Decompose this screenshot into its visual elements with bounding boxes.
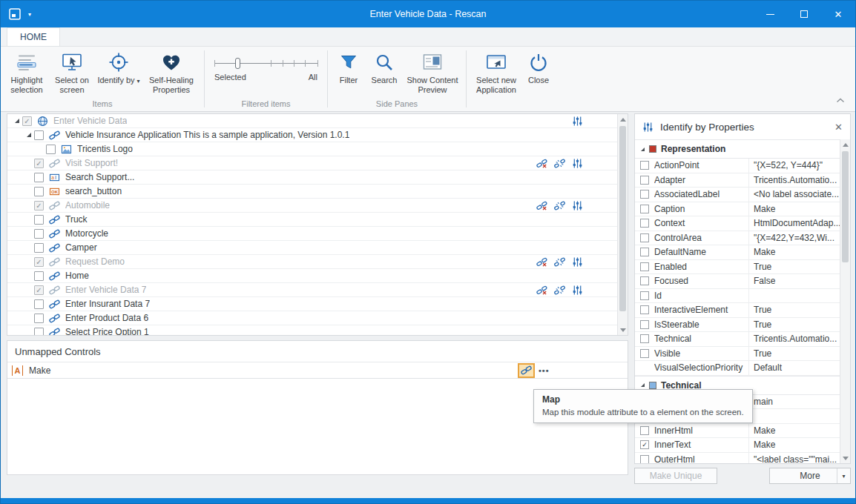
property-checkbox[interactable] [640, 176, 649, 185]
row-checkbox[interactable] [34, 271, 44, 281]
map-button[interactable] [518, 363, 535, 378]
show-content-preview-button[interactable]: Show Content Preview [403, 49, 462, 99]
tree-row[interactable]: ✓Request Demo [7, 255, 617, 269]
unmapped-row[interactable]: A Make ••• [7, 362, 628, 379]
property-checkbox[interactable] [640, 248, 649, 256]
identify-properties-icon[interactable] [572, 200, 583, 211]
property-row[interactable]: TechnicalTricentis.Automatio... [635, 332, 850, 347]
scroll-down-icon[interactable] [840, 453, 850, 463]
slider-thumb[interactable] [235, 58, 240, 69]
property-checkbox[interactable] [640, 205, 649, 213]
highlight-selection-button[interactable]: Highlight selection [4, 49, 49, 99]
more-dropdown-caret-icon[interactable]: ▾ [837, 468, 850, 483]
row-checkbox[interactable] [34, 243, 44, 253]
property-row[interactable]: ContextHtmlDocumentAdap... [635, 216, 850, 231]
self-healing-properties-button[interactable]: Self-Healing Properties [142, 49, 200, 99]
identify-properties-icon[interactable] [572, 158, 583, 169]
scroll-up-icon[interactable] [840, 139, 850, 150]
property-row[interactable]: EnabledTrue [635, 260, 850, 275]
more-button[interactable]: More ▾ [769, 468, 851, 484]
identify-properties-icon[interactable] [572, 116, 583, 127]
property-checkbox[interactable] [640, 233, 649, 242]
section-header[interactable]: Representation [635, 139, 850, 159]
tree-row[interactable]: ✓Enter Vehicle Data 7 [7, 283, 617, 297]
expand-caret-icon[interactable] [12, 119, 22, 123]
select-new-application-button[interactable]: Select new Application [470, 49, 522, 107]
property-checkbox[interactable]: ✓ [640, 440, 649, 449]
make-unique-button[interactable]: Make Unique [634, 468, 717, 484]
unmap-icon[interactable] [536, 285, 547, 296]
scrollbar-thumb[interactable] [619, 126, 626, 311]
collapse-ribbon-icon[interactable] [836, 95, 845, 105]
row-checkbox[interactable] [34, 215, 44, 225]
tree-row[interactable]: Motorcycle [7, 227, 617, 241]
close-panel-icon[interactable]: ✕ [834, 122, 843, 133]
property-row[interactable]: DefaultNameMake [635, 245, 850, 260]
row-checkbox[interactable] [34, 173, 44, 182]
more-options-button[interactable]: ••• [539, 366, 550, 375]
row-checkbox[interactable]: ✓ [34, 285, 44, 295]
property-row[interactable]: ActionPoint"{X=522, Y=444}" [635, 159, 850, 173]
property-checkbox[interactable] [640, 349, 649, 358]
property-row[interactable]: VisualSelectionPriorityDefault [635, 361, 850, 376]
tab-home[interactable]: HOME [7, 27, 60, 46]
scroll-down-icon[interactable] [618, 325, 628, 335]
property-checkbox[interactable] [640, 305, 649, 314]
tree-row[interactable]: Truck [7, 213, 617, 227]
filtered-items-slider[interactable] [205, 47, 327, 69]
close-window-button[interactable]: ✕ [821, 1, 855, 27]
identify-properties-icon[interactable] [572, 285, 583, 296]
property-row[interactable]: CaptionMake [635, 202, 850, 217]
row-checkbox[interactable] [34, 328, 44, 336]
tree-row[interactable]: ✓Automobile [7, 199, 617, 213]
quick-access-caret-icon[interactable]: ▾ [28, 11, 31, 18]
unmap-icon[interactable] [536, 200, 547, 211]
tree-row[interactable]: Select Price Option 1 [7, 325, 617, 336]
tree-row[interactable]: Vehicle Insurance Application This is a … [7, 128, 617, 142]
row-checkbox[interactable]: ✓ [34, 257, 44, 267]
tree-row[interactable]: Tricentis Logo [7, 142, 617, 156]
tree-row[interactable]: Enter Insurant Data 7 [7, 297, 617, 311]
properties-scrollbar[interactable] [840, 139, 850, 463]
scrollbar-thumb[interactable] [842, 151, 849, 262]
row-checkbox[interactable] [34, 187, 44, 196]
property-row[interactable]: InnerHtmlMake [635, 424, 850, 439]
identify-properties-icon[interactable] [572, 256, 583, 268]
row-checkbox[interactable] [46, 145, 56, 154]
row-checkbox[interactable]: ✓ [34, 201, 44, 210]
property-checkbox[interactable] [640, 426, 649, 435]
tree-row[interactable]: ✓Visit Support! [7, 156, 617, 170]
unmap-icon[interactable] [536, 158, 547, 169]
property-checkbox[interactable] [640, 455, 649, 464]
expand-caret-icon[interactable] [24, 133, 34, 137]
property-checkbox[interactable] [640, 276, 649, 285]
property-row[interactable]: VisibleTrue [635, 347, 850, 362]
tree-scrollbar[interactable] [617, 114, 628, 335]
property-row[interactable]: Id [635, 289, 850, 304]
search-button[interactable]: Search [366, 49, 403, 99]
property-row[interactable]: ControlArea"{X=422,Y=432,Wi... [635, 231, 850, 246]
property-checkbox[interactable] [640, 219, 649, 228]
property-row[interactable]: IsSteerableTrue [635, 318, 850, 333]
tree-row[interactable]: OKsearch_button [7, 185, 617, 199]
property-row[interactable]: FocusedFalse [635, 274, 850, 289]
property-row[interactable]: AssociatedLabel<No label associate... [635, 188, 850, 202]
breaklink-icon[interactable] [554, 200, 565, 211]
filter-button[interactable]: Filter [332, 49, 366, 99]
tree-row[interactable]: aISearch Support... [7, 170, 617, 185]
property-checkbox[interactable] [640, 262, 649, 271]
row-checkbox[interactable]: ✓ [34, 159, 44, 168]
property-checkbox[interactable] [640, 334, 649, 343]
row-checkbox[interactable]: ✓ [22, 116, 32, 126]
identify-by-button[interactable]: Identify by▾ [95, 49, 142, 99]
row-checkbox[interactable] [34, 229, 44, 239]
minimize-button[interactable] [753, 1, 787, 27]
tree-row[interactable]: Camper [7, 241, 617, 255]
property-checkbox[interactable] [640, 161, 649, 170]
breaklink-icon[interactable] [554, 158, 565, 169]
property-checkbox[interactable] [640, 291, 649, 300]
tree-row[interactable]: Home [7, 269, 617, 283]
scroll-up-icon[interactable] [618, 114, 628, 125]
breaklink-icon[interactable] [554, 285, 565, 296]
property-row[interactable]: InteractiveElementTrue [635, 303, 850, 318]
